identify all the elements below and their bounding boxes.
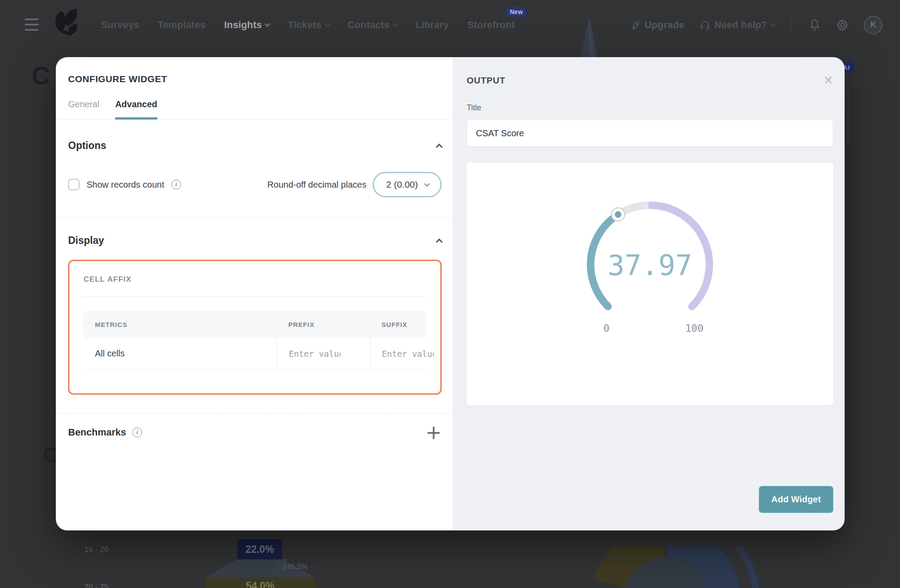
display-section-header: Display [68,235,442,247]
primary-nav-items: Surveys Templates Insights Tickets Conta… [101,19,515,31]
top-navigation: Surveys Templates Insights Tickets Conta… [0,0,900,46]
tab-general[interactable]: General [68,99,99,120]
suffix-input[interactable] [382,349,434,359]
widget-title-input[interactable] [467,120,833,147]
nav-item-tickets[interactable]: Tickets [288,19,329,31]
metric-cell: All cells [83,338,277,369]
add-benchmark-button[interactable]: + [425,426,442,439]
section-divider-dotted [56,413,453,414]
column-header-metrics: METRICS [83,321,277,328]
chevron-down-icon [392,21,398,27]
options-section-header: Options [68,140,442,152]
prefix-input[interactable] [289,349,341,359]
headset-icon [699,19,711,31]
funnel-bar-value: 22.0% [237,539,282,559]
settings-gear-icon[interactable] [836,18,849,32]
table-row: All cells [83,338,426,370]
roundoff-select[interactable]: 2 (0.00) [373,172,442,197]
show-records-label: Show records count [87,180,164,190]
chevron-down-icon [770,21,776,27]
background-page-heading-fragment: C [32,61,50,90]
hamburger-menu-icon[interactable] [25,18,39,31]
cell-affix-highlight-box: CELL AFFIX METRICS PREFIX SUFFIX All cel… [68,260,442,395]
display-heading: Display [68,235,104,247]
funnel-range-label: 20 - 25 [84,583,109,588]
upgrade-button[interactable]: Upgrade [631,19,685,31]
info-icon[interactable]: i [171,180,181,189]
output-panel: OUTPUT ✕ Title 37.97 0 100 Add Widget [453,57,845,530]
gauge-chart: 37.97 0 100 [577,191,722,338]
table-header-row: METRICS PREFIX SUFFIX [83,311,426,338]
funnel-range-label: 15 - 20 [84,545,109,554]
nav-item-insights[interactable]: Insights [224,19,269,31]
widget-preview-card: 37.97 0 100 [467,163,833,405]
cell-affix-divider [83,296,426,297]
funnel-bar-value: 54.0% [205,577,315,588]
show-records-checkbox[interactable] [68,179,80,190]
user-avatar[interactable]: K [864,16,882,34]
cell-affix-table: METRICS PREFIX SUFFIX All cells [83,311,426,370]
options-heading: Options [68,140,106,152]
close-icon[interactable]: ✕ [823,75,833,87]
roundoff-label: Round-off decimal places [267,180,366,190]
rocket-icon [631,20,641,30]
chevron-down-icon [324,21,330,27]
need-help-menu[interactable]: Need help? [699,19,775,31]
benchmarks-heading: Benchmarks [68,427,126,438]
background-donut-chart [589,546,765,588]
nav-item-library[interactable]: Library [416,19,449,31]
configure-panel: CONFIGURE WIDGET General Advanced Option… [56,57,453,530]
nav-item-storefront[interactable]: Storefront New [468,19,515,31]
column-header-suffix: SUFFIX [370,321,426,328]
new-badge: New [506,7,526,17]
chevron-down-icon [265,21,270,27]
nav-right-group: Upgrade Need help? K [631,14,882,36]
roundoff-selected-value: 2 (0.00) [386,179,418,190]
gauge-value-text: 37.97 [608,249,693,282]
nav-item-templates[interactable]: Templates [158,19,206,31]
benchmarks-section-header: Benchmarks i + [68,426,442,439]
options-controls-row: Show records count i Round-off decimal p… [68,172,442,197]
configure-tabs: General Advanced [68,99,442,120]
gauge-marker-dot [615,211,621,218]
gauge-min-label: 0 [603,323,610,334]
nav-item-surveys[interactable]: Surveys [101,19,139,31]
background-dotted-line [848,90,849,143]
output-heading: OUTPUT [467,76,505,86]
collapse-chevron-up-icon[interactable] [436,144,443,151]
cell-affix-label: CELL AFFIX [83,275,432,284]
add-widget-button[interactable]: Add Widget [759,486,833,513]
collapse-chevron-up-icon[interactable] [436,239,443,246]
notifications-bell-icon[interactable] [809,18,821,32]
configure-widget-modal: CONFIGURE WIDGET General Advanced Option… [56,57,845,530]
nav-item-contacts[interactable]: Contacts [348,19,397,31]
info-icon[interactable]: i [132,428,142,437]
nav-divider [791,14,792,36]
funnel-delta-label: 145.5% ↑ [283,563,314,571]
app-logo-leaves-icon[interactable] [49,7,83,41]
modal-title: CONFIGURE WIDGET [68,74,442,84]
chevron-down-icon [424,181,430,187]
title-field-label: Title [467,103,833,113]
section-divider [56,218,453,218]
gauge-max-label: 100 [685,323,704,334]
column-header-prefix: PREFIX [277,321,370,328]
tab-advanced[interactable]: Advanced [115,99,157,120]
